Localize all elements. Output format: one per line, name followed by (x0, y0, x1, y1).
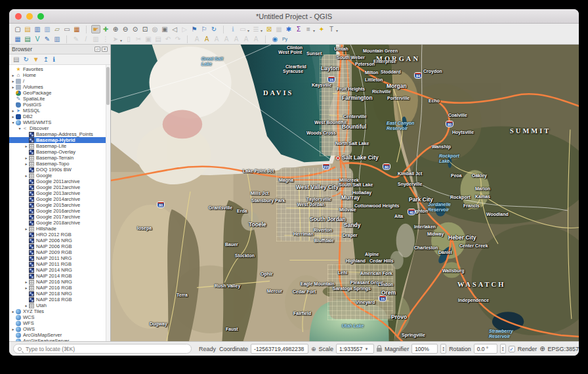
delete-selected-button[interactable]: ▯ (124, 35, 133, 43)
expander-icon[interactable]: ▸ (24, 161, 29, 166)
rotate-label-button[interactable]: A (242, 35, 251, 43)
expander-icon[interactable]: ▾ (10, 120, 16, 125)
expander-icon[interactable]: ▸ (24, 285, 29, 290)
render-checkbox[interactable]: ✓ (509, 346, 515, 352)
show-layout-manager-button[interactable]: ▭ (62, 25, 72, 33)
minimize-window-button[interactable] (26, 13, 33, 20)
select-by-expression-button[interactable]: ☰ (251, 25, 261, 33)
measure-button[interactable]: ≡ (304, 25, 313, 33)
crs-status[interactable]: EPSG:3857 (548, 346, 579, 352)
current-edits-button[interactable]: ✎ (72, 35, 81, 43)
tree-item-mssql[interactable]: ▸➤MSSQL (9, 108, 110, 114)
digitize-with-segment-button[interactable]: ⋮ (101, 35, 110, 43)
pin-labels-button[interactable]: A (212, 35, 221, 43)
map-tips-button[interactable]: ✦ (317, 25, 326, 33)
refresh-map-button[interactable]: ↻ (209, 25, 219, 33)
tree-item-discover[interactable]: ▾<Discover (9, 125, 110, 131)
zoom-to-layer-button[interactable]: ▣ (160, 25, 169, 33)
float-panel-icon[interactable]: ▱ (94, 47, 100, 52)
tree-item-wfs[interactable]: WFS (9, 320, 110, 326)
crs-globe-icon[interactable]: ⊕ (539, 345, 545, 352)
tree-item--volumes[interactable]: ▸/Volumes (9, 84, 110, 90)
browser-scrollbar[interactable] (106, 65, 110, 341)
undo-button[interactable]: ↶ (163, 35, 173, 43)
tree-item-ows[interactable]: ▸OWS (9, 326, 110, 332)
tree-item-google-2017archive[interactable]: Google 2017archive (9, 214, 110, 220)
magnifier-field[interactable]: 100% (411, 344, 438, 354)
add-selected-layers-button[interactable]: ▤ (13, 56, 19, 64)
tree-item-xyz-tiles[interactable]: ▸XYZ Tiles (9, 308, 110, 314)
save-project-button[interactable]: ▥ (33, 25, 42, 33)
expander-icon[interactable]: ▸ (10, 327, 16, 331)
redo-button[interactable]: ↷ (173, 35, 182, 43)
locator-input[interactable] (24, 345, 187, 353)
expander-icon[interactable]: ▸ (24, 226, 29, 231)
tree-item-naip-2018-nrg[interactable]: NAIP 2018 NRG (9, 291, 110, 297)
open-attribute-table-button[interactable]: ▦ (274, 25, 284, 33)
rotation-stepper[interactable]: ▲▼ (500, 344, 506, 354)
new-shapefile-layer-button[interactable]: ✎ (43, 35, 52, 43)
tree-item-wms-wmts[interactable]: ▾WMS/WMTS (9, 119, 110, 125)
tree-item-home[interactable]: ▸⌂Home (9, 72, 110, 78)
tree-item-naip-2006-nrg[interactable]: NAIP 2006 NRG (9, 238, 110, 243)
new-project-button[interactable]: ▢ (13, 25, 22, 33)
tree-item-naip-2011-rgb[interactable]: NAIP 2011 RGB (9, 261, 110, 267)
tree-item-postgis[interactable]: PostGIS (9, 102, 110, 108)
new-temporary-scratch-layer-button[interactable]: ▥ (52, 35, 62, 43)
tree-item--[interactable]: ▸/ (9, 78, 110, 84)
tree-item-wcs[interactable]: WCS (9, 314, 110, 320)
zoom-full-button[interactable]: ⊡ (140, 25, 150, 33)
expander-icon[interactable]: ▾ (17, 126, 22, 131)
dropdown-arrow-icon[interactable]: ▾ (120, 38, 122, 43)
tree-item-naip-2016-rgb[interactable]: ▸NAIP 2016 RGB (9, 285, 110, 291)
pan-to-selection-button[interactable]: ✚ (101, 25, 110, 33)
new-geopackage-layer-button[interactable]: ▤ (23, 35, 32, 43)
expander-icon[interactable]: ▸ (10, 73, 16, 77)
expander-icon[interactable]: ▸ (10, 108, 16, 113)
tree-item-naip-2014-nrg[interactable]: NAIP 2014 NRG (9, 267, 110, 273)
tree-item-doq-1990s-bw[interactable]: DOQ 1990s BW (9, 167, 110, 173)
properties-widget-button[interactable]: ℹ (52, 56, 55, 64)
python-console-button[interactable]: Py (280, 35, 289, 43)
tree-item-google-2014archive[interactable]: Google 2014archive (9, 196, 110, 202)
expander-icon[interactable]: ▸ (24, 280, 29, 284)
zoom-to-selection-button[interactable]: ◎ (150, 25, 159, 33)
tree-item-db2[interactable]: ▸DB2 (9, 114, 110, 119)
cut-features-button[interactable]: ✂ (134, 35, 143, 43)
text-annotation-button[interactable]: T (327, 25, 336, 33)
statistical-summary-button[interactable]: Σ (294, 25, 303, 33)
dropdown-arrow-icon[interactable]: ▾ (261, 28, 262, 33)
title-bar[interactable]: *Untitled Project - QGIS (9, 9, 579, 24)
processing-toolbox-button[interactable]: ✱ (284, 25, 293, 33)
zoom-out-button[interactable]: ⊖ (121, 25, 130, 33)
move-label-button[interactable]: A (232, 35, 241, 43)
tree-item-google-2013archive[interactable]: Google 2013archive (9, 190, 110, 196)
save-layer-edits-button[interactable]: ▥ (91, 35, 100, 43)
zoom-next-button[interactable]: ▷ (180, 25, 189, 33)
map-canvas[interactable]: Great Salt LakeUtah LakeEast Canyon Rese… (111, 45, 579, 341)
tree-item-google-2018archive[interactable]: Google 2018archive (9, 220, 110, 226)
tree-item-arcgisfeatureserver[interactable]: ArcGisFeatureServer (9, 338, 110, 341)
tree-item-naip-2006-rgb[interactable]: NAIP 2006 RGB (9, 243, 110, 249)
save-project-as-button[interactable]: ▥ (43, 25, 52, 33)
tree-item-google-2011archive[interactable]: Google 2011archive (9, 178, 110, 184)
locator-box[interactable] (13, 344, 192, 354)
select-features-button[interactable]: ▭ (238, 25, 247, 33)
magnifier-stepper[interactable]: ▲▼ (440, 344, 446, 354)
rotation-field[interactable]: 0.0 ° (474, 344, 497, 354)
tree-item-favorites[interactable]: ★Favorites (9, 66, 110, 72)
tree-item-google-2016archive[interactable]: Google 2016archive (9, 208, 110, 214)
lock-scale-icon[interactable] (377, 348, 382, 352)
tree-item-hro-2012-rgb[interactable]: HRO 2012 RGB (9, 232, 110, 238)
change-label-properties-button[interactable]: A (251, 35, 261, 43)
zoom-window-button[interactable] (37, 13, 44, 20)
metasearch-button[interactable]: ◉ (270, 35, 280, 43)
tree-item-spatialite[interactable]: ✎SpatiaLite (9, 96, 110, 102)
tree-item-arcgismapserver[interactable]: ArcGisMapServer (9, 332, 110, 338)
close-window-button[interactable] (15, 13, 22, 20)
expander-icon[interactable]: ▸ (10, 114, 16, 119)
tree-item-basemap-topo[interactable]: ▸Basemap-Topo (9, 161, 110, 167)
style-manager-button[interactable]: ▦ (72, 25, 81, 33)
zoom-native-button[interactable]: ⊙ (131, 25, 140, 33)
expander-icon[interactable]: ▸ (10, 309, 16, 314)
